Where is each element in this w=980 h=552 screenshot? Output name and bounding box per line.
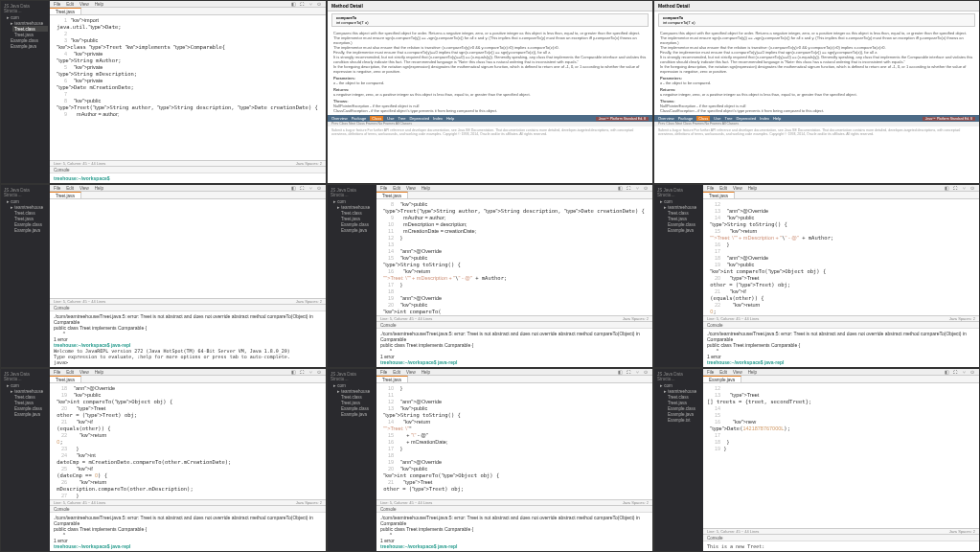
code-editor[interactable]: 18 "ann">@Override19 "kw">public "kw">in… — [50, 383, 326, 499]
code-editor[interactable]: 1213 "ann">@Override14 "kw">public "type… — [703, 199, 979, 315]
file-explorer[interactable]: JS Java Data Structu…▸ com▸ teamtreehous… — [328, 185, 376, 367]
console[interactable]: ./com/teamtreehouse/Treet.java:5: error:… — [376, 513, 652, 551]
console[interactable]: ./com/teamtreehouse/Treet.java:5: error:… — [376, 329, 652, 367]
nav-deprecated[interactable]: Deprecated — [409, 116, 429, 121]
code-editor[interactable]: 10 }1112 "ann">@Override13 "kw">public "… — [376, 383, 652, 499]
fork-icon[interactable]: ⑂ — [634, 369, 640, 375]
console-header: Console — [703, 322, 979, 329]
nav-index[interactable]: Index — [433, 116, 443, 121]
file-explorer[interactable]: JS Java Data Structu…▸ com▸ teamtreehous… — [654, 185, 703, 367]
nav-overview[interactable]: Overview — [331, 116, 348, 121]
tab-active[interactable]: Treet.java — [703, 192, 735, 198]
snapshot-icon[interactable]: ⊙ — [969, 369, 975, 375]
code-editor[interactable]: 8 "kw">public "type">Treet("type">String… — [376, 199, 652, 315]
snapshot-icon[interactable]: ⊙ — [316, 185, 322, 191]
menu-view[interactable]: View — [80, 2, 89, 7]
console-header: Console — [50, 167, 326, 173]
console[interactable]: ./com/teamtreehouse/Treet.java:5: error:… — [703, 329, 979, 367]
javadoc-panel: Method Detail compareToint compareTo(T o… — [328, 1, 652, 183]
fullscreen-icon[interactable]: ⛶ — [299, 185, 305, 191]
fork-icon[interactable]: ⑂ — [634, 185, 640, 191]
preview-icon[interactable]: ◧ — [944, 369, 949, 375]
console-header: Console — [376, 506, 652, 513]
preview-icon[interactable]: ◧ — [617, 369, 623, 375]
javadoc-panel: Method Detail compareToint compareTo(T o… — [654, 1, 979, 183]
nav-class[interactable]: Class — [370, 116, 383, 121]
preview-icon[interactable]: ◧ — [944, 185, 949, 191]
tree-file[interactable]: Example.java — [12, 227, 48, 233]
fullscreen-icon[interactable]: ⛶ — [299, 369, 305, 375]
menu-help[interactable]: Help — [95, 2, 103, 7]
file-explorer[interactable]: JS Java Data Structu…▸ com▸ teamtreehous… — [1, 369, 50, 551]
fullscreen-icon[interactable]: ⛶ — [299, 1, 305, 7]
console[interactable]: treehouse:~/workspace$ — [50, 173, 326, 183]
preview-icon[interactable]: ◧ — [290, 185, 296, 191]
tree-file[interactable]: Example.txt — [666, 417, 701, 423]
fullscreen-icon[interactable]: ⛶ — [626, 185, 631, 191]
menu-edit[interactable]: Edit — [66, 2, 74, 7]
snapshot-icon[interactable]: ⊙ — [643, 369, 649, 375]
menubar: File Edit View Help ◧ ⛶ ⑂ ⊙ — [50, 1, 326, 8]
fork-icon[interactable]: ⑂ — [961, 369, 967, 375]
snapshot-icon[interactable]: ⊙ — [316, 1, 322, 7]
tab-active[interactable]: Treet.java — [50, 376, 81, 382]
tree-folder-pkg[interactable]: ▸ teamtreehouse — [9, 20, 48, 26]
tab-bar: Treet.java — [50, 8, 326, 15]
snapshot-icon[interactable]: ⊙ — [969, 185, 975, 191]
fork-icon[interactable]: ⑂ — [308, 369, 313, 375]
snapshot-icon[interactable]: ⊙ — [643, 185, 649, 191]
file-explorer[interactable]: JS Java Data Structu… ▸ com ▸ teamtreeho… — [1, 1, 50, 183]
file-explorer[interactable]: JS Java Data Structu…▸ com▸ teamtreehous… — [1, 185, 50, 367]
console-header: Console — [50, 506, 326, 513]
code-editor[interactable]: 1213 "type">Treet[] treets = {treet, sec… — [703, 383, 979, 528]
fullscreen-icon[interactable]: ⛶ — [952, 369, 958, 375]
tab-active[interactable]: Treet.java — [376, 192, 408, 198]
snapshot-icon[interactable]: ⊙ — [316, 369, 322, 375]
tab-treet[interactable]: Treet.java — [50, 8, 81, 14]
preview-icon[interactable]: ◧ — [617, 185, 623, 191]
console[interactable]: This is a new Treet: — [703, 541, 979, 551]
console-header: Console — [50, 305, 326, 311]
tree-file[interactable]: Example.java — [9, 43, 48, 49]
console[interactable]: ./com/teamtreehouse/Treet.java:5: error:… — [50, 513, 326, 551]
nav-help[interactable]: Help — [446, 116, 454, 121]
doc-section-title: Method Detail — [328, 1, 652, 12]
nav-use[interactable]: Use — [387, 116, 394, 121]
tab-active[interactable]: Example.java — [703, 376, 741, 382]
tree-file[interactable]: Example.java — [666, 227, 701, 233]
fullscreen-icon[interactable]: ⛶ — [952, 185, 958, 191]
nav-package[interactable]: Package — [352, 116, 367, 121]
file-explorer[interactable]: JS Java Data Structu…▸ com▸ teamtreehous… — [654, 369, 703, 551]
tree-file[interactable]: Example.java — [12, 411, 48, 417]
tree-file[interactable]: Example.java — [339, 411, 375, 417]
tree-file[interactable]: Example.java — [339, 227, 375, 233]
preview-icon[interactable]: ◧ — [290, 369, 296, 375]
fullscreen-icon[interactable]: ⛶ — [626, 369, 631, 375]
code-editor[interactable] — [50, 199, 326, 298]
nav-tree[interactable]: Tree — [398, 116, 405, 121]
javadoc-nav: Overview Package Class Use Tree Deprecat… — [328, 115, 652, 122]
console-header: Console — [376, 322, 652, 329]
fork-icon[interactable]: ⑂ — [308, 185, 313, 191]
preview-icon[interactable]: ◧ — [290, 1, 296, 7]
console[interactable]: ./com/teamtreehouse/Treet.java:5: error:… — [50, 311, 326, 367]
fork-icon[interactable]: ⑂ — [961, 185, 967, 191]
menu-file[interactable]: File — [54, 2, 60, 7]
fork-icon[interactable]: ⑂ — [308, 1, 313, 7]
file-explorer[interactable]: JS Java Data Structu…▸ com▸ teamtreehous… — [328, 369, 376, 551]
tab-active[interactable]: Treet.java — [50, 192, 81, 198]
code-editor[interactable]: 1"kw">import java.util."type">Date;23"kw… — [50, 15, 326, 160]
console-header: Console — [703, 535, 979, 541]
tab-active[interactable]: Treet.java — [376, 376, 408, 382]
